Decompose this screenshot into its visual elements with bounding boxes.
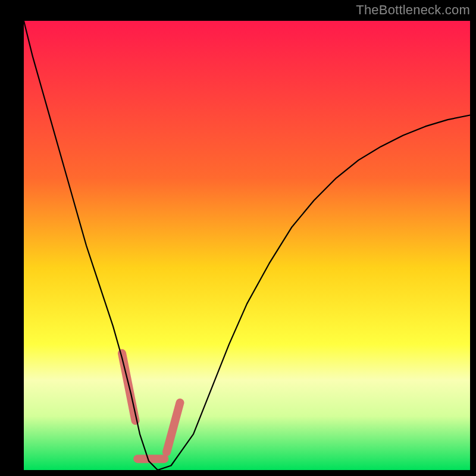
plot-background: [24, 21, 470, 470]
chart-container: TheBottleneck.com: [0, 0, 476, 476]
chart-svg: [0, 0, 476, 476]
